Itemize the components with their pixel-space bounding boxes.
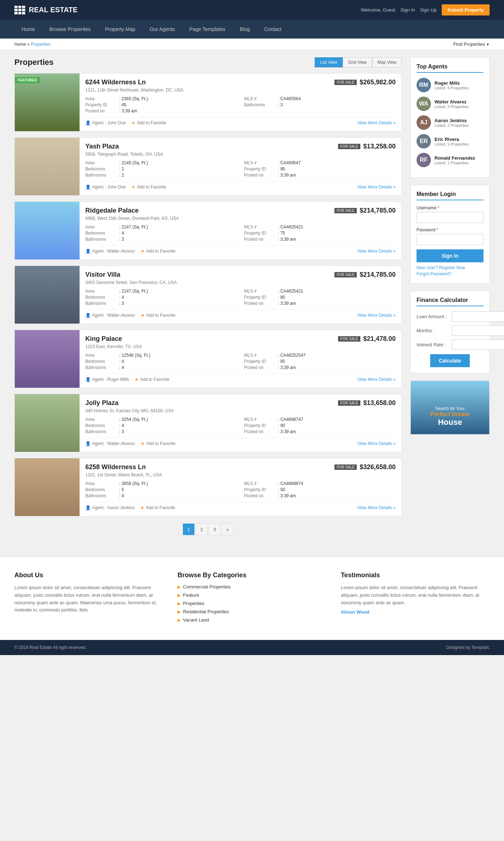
breadcrumb-current: Properties bbox=[31, 42, 50, 47]
nav-property-map[interactable]: Property Map bbox=[98, 20, 143, 39]
add-to-favorite-button[interactable]: Add to Favorite bbox=[131, 120, 166, 125]
nav-home[interactable]: Home bbox=[14, 20, 42, 39]
nav-browse-properties[interactable]: Browse Properties bbox=[42, 20, 98, 39]
bedrooms-value: : 2 bbox=[119, 166, 124, 172]
page-next-button[interactable]: » bbox=[222, 524, 233, 535]
designed-by-text: Designed by Templatic bbox=[446, 645, 490, 650]
agent-name: Walter Alvarez bbox=[107, 441, 135, 446]
header: REAL ESTATE Welcome, Guest Sign In Sign … bbox=[0, 0, 504, 20]
category-link[interactable]: Vacant Land bbox=[183, 617, 209, 623]
favorite-label: Add to Favorite bbox=[146, 505, 175, 510]
dream-search-text: Search for Your bbox=[431, 406, 470, 411]
signup-link[interactable]: Sign Up bbox=[420, 7, 437, 13]
agent-info: Agent : Roger Mills bbox=[85, 377, 129, 382]
dream-house-banner[interactable]: Search for Your Perfect Dream House bbox=[410, 381, 490, 435]
property-id-value: : 90 bbox=[278, 423, 285, 428]
add-to-favorite-button[interactable]: Add to Favorite bbox=[131, 184, 166, 190]
property-footer-left: Agent : John Doe Add to Favorite bbox=[85, 120, 166, 125]
view-more-link[interactable]: View More Details » bbox=[357, 120, 396, 125]
map-view-button[interactable]: Map View bbox=[372, 57, 402, 67]
loan-amount-input[interactable] bbox=[452, 311, 504, 322]
view-more-link[interactable]: View More Details » bbox=[357, 184, 396, 190]
page-1-button[interactable]: 1 bbox=[183, 524, 194, 535]
nav-blog[interactable]: Blog bbox=[233, 20, 257, 39]
area-label: Area bbox=[85, 289, 118, 294]
grid-view-button[interactable]: Grid View bbox=[343, 57, 372, 67]
register-link[interactable]: New User? Register Now bbox=[417, 265, 483, 270]
property-card: 6258 Wilderness Ln FOR SALE $326,658.00 … bbox=[14, 458, 402, 516]
list-view-button[interactable]: List View bbox=[315, 57, 343, 67]
submit-property-button[interactable]: Submit Property bbox=[442, 4, 490, 15]
property-price-wrap: FOR SALE $214,785.00 bbox=[334, 271, 396, 279]
bedrooms-value: : 4 bbox=[119, 295, 124, 300]
agent-listed: Listed: 1 Properties bbox=[435, 142, 469, 146]
category-link[interactable]: Commercial Properties bbox=[183, 584, 230, 589]
view-more-link[interactable]: View More Details » bbox=[357, 313, 396, 318]
password-input[interactable] bbox=[417, 234, 483, 245]
category-item[interactable]: ▶Properties bbox=[177, 601, 326, 606]
category-item[interactable]: ▶Vacant Land bbox=[177, 617, 326, 623]
category-item[interactable]: ▶Commercial Properties bbox=[177, 584, 326, 589]
months-input[interactable] bbox=[452, 325, 504, 336]
bathrooms-label: Bathrooms bbox=[85, 301, 118, 306]
page-3-button[interactable]: 3 bbox=[209, 524, 220, 535]
property-card: King Palace FOR SALE $21,478.00 1223 Eas… bbox=[14, 330, 402, 388]
page-2-button[interactable]: 2 bbox=[196, 524, 207, 535]
breadcrumb-home[interactable]: Home bbox=[14, 42, 26, 47]
calculate-button[interactable]: Calculate bbox=[430, 354, 470, 367]
view-more-link[interactable]: View More Details » bbox=[357, 377, 396, 382]
bathrooms-row: Bathrooms : 3 bbox=[85, 429, 237, 434]
favorite-label: Add to Favorite bbox=[146, 441, 175, 446]
property-id-label: Property ID bbox=[244, 166, 276, 172]
property-name: Jolly Plaza bbox=[85, 399, 118, 407]
area-value: : 2365 (Sq. Ft.) bbox=[119, 96, 148, 101]
property-address: 1121, 11th Street Northeast, Washington,… bbox=[85, 88, 396, 93]
property-card: Jolly Plaza FOR SALE $13,658.00 340 Holm… bbox=[14, 394, 402, 452]
property-price-wrap: FOR SALE $13,258.00 bbox=[338, 143, 396, 150]
category-link[interactable]: Feature bbox=[183, 592, 199, 598]
add-to-favorite-button[interactable]: Add to Favorite bbox=[141, 249, 175, 254]
posted-label: Posted on bbox=[244, 493, 276, 498]
category-link[interactable]: Residential Properties bbox=[183, 609, 229, 614]
area-row: Area : 2145 (Sq. Ft.) bbox=[85, 160, 237, 165]
add-to-favorite-button[interactable]: Add to Favorite bbox=[135, 377, 169, 382]
find-properties-button[interactable]: Find Properties bbox=[453, 41, 490, 47]
agent-name: John Doe bbox=[107, 120, 126, 125]
months-label: Months : bbox=[417, 328, 449, 333]
property-footer-left: Agent : John Doe Add to Favorite bbox=[85, 184, 166, 190]
agent-name: Ronald Fernandez bbox=[435, 155, 475, 161]
star-icon bbox=[140, 505, 144, 510]
main-content: Properties List View Grid View Map View … bbox=[0, 50, 504, 549]
nav-contact[interactable]: Contact bbox=[257, 20, 289, 39]
nav-our-agents[interactable]: Our Agents bbox=[143, 20, 182, 39]
interest-rate-input[interactable] bbox=[452, 339, 504, 350]
view-more-link[interactable]: View More Details » bbox=[357, 249, 396, 254]
agent-label: Agent : bbox=[92, 313, 106, 318]
property-image bbox=[15, 202, 80, 259]
property-body: King Palace FOR SALE $21,478.00 1223 Eas… bbox=[80, 330, 401, 388]
agent-listed: Listed: 2 Properties bbox=[435, 123, 469, 128]
add-to-favorite-button[interactable]: Add to Favorite bbox=[140, 505, 175, 510]
nav-page-templates[interactable]: Page Templates bbox=[182, 20, 233, 39]
signin-link[interactable]: Sign In bbox=[400, 7, 415, 13]
bathrooms-label: Bathrooms bbox=[85, 365, 118, 370]
forgot-password-link[interactable]: Forgot Password? bbox=[417, 271, 483, 276]
add-to-favorite-button[interactable]: Add to Favorite bbox=[141, 313, 175, 318]
property-photo bbox=[15, 202, 80, 259]
property-photo bbox=[15, 330, 80, 388]
add-to-favorite-button[interactable]: Add to Favorite bbox=[141, 441, 175, 446]
property-id-value: : 45 bbox=[119, 102, 126, 107]
category-link[interactable]: Properties bbox=[183, 601, 204, 606]
agent-item: WA Walter Alvarez Listed: 3 Properties bbox=[417, 97, 483, 111]
login-links: New User? Register Now Forgot Password? bbox=[417, 265, 483, 276]
bathrooms-row: Bathrooms : 2 bbox=[85, 173, 237, 178]
view-more-link[interactable]: View More Details » bbox=[357, 441, 396, 446]
bathrooms-label: Bathrooms bbox=[85, 237, 118, 242]
mls-value: : CA4625421 bbox=[278, 289, 303, 294]
username-input[interactable] bbox=[417, 212, 483, 223]
category-item[interactable]: ▶Feature bbox=[177, 592, 326, 598]
signin-button[interactable]: Sign In bbox=[417, 249, 483, 262]
view-more-link[interactable]: View More Details » bbox=[357, 505, 396, 510]
category-item[interactable]: ▶Residential Properties bbox=[177, 609, 326, 614]
mls-row: MLS # : CA4625421 bbox=[244, 289, 396, 294]
